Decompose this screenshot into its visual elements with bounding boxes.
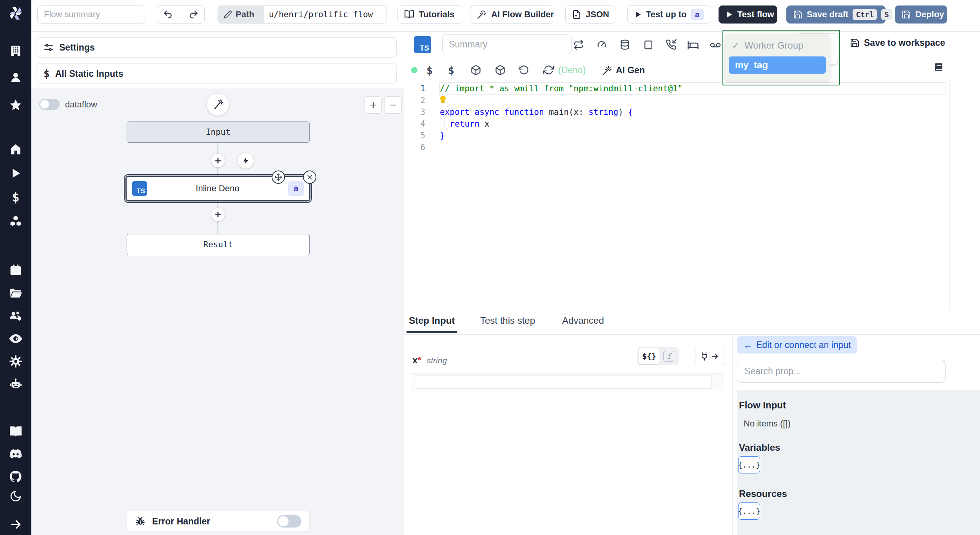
zoom-out-button[interactable]: −	[385, 96, 402, 114]
resources-boxes-icon[interactable]	[9, 215, 22, 228]
discord-icon[interactable]	[9, 447, 23, 461]
tab-test-this-step[interactable]: Test this step	[480, 315, 535, 326]
ai-gen-button[interactable]: AI Gen	[602, 65, 645, 76]
all-static-inputs-row[interactable]: $ All Static Inputs	[36, 63, 397, 84]
step-id-badge: a	[288, 181, 304, 196]
concurrency-square-icon[interactable]	[643, 39, 654, 50]
resources-dollar-icon[interactable]: $	[448, 65, 454, 76]
code-line[interactable]: export async function main(x: string) {	[440, 106, 946, 118]
collapse-arrow-icon[interactable]	[9, 518, 22, 531]
code-line[interactable]	[440, 141, 946, 153]
pencil-icon	[223, 10, 232, 19]
workspace-building-icon[interactable]	[9, 45, 22, 57]
arrow-right-icon	[711, 352, 719, 361]
save-draft-button[interactable]: Save draft Ctrl S	[786, 5, 886, 24]
github-icon[interactable]	[9, 470, 23, 484]
ai-flow-builder-button[interactable]: AI Flow Builder	[470, 5, 554, 24]
code-token	[544, 107, 549, 117]
worker-group-option[interactable]: ✓ Worker Group	[732, 40, 803, 51]
lightbulb-icon[interactable]	[440, 96, 446, 104]
test-up-to-button[interactable]: Test up to a	[627, 5, 711, 24]
package-cube-icon[interactable]	[470, 65, 481, 76]
mock-voicemail-icon[interactable]	[710, 39, 721, 51]
schedules-calendar-icon[interactable]	[9, 263, 22, 276]
argument-type: string	[427, 356, 447, 365]
zoom-in-button[interactable]: +	[365, 96, 382, 114]
undo-button[interactable]	[157, 6, 178, 23]
dataflow-toggle[interactable]	[39, 99, 60, 110]
folders-icon[interactable]	[9, 287, 22, 300]
dark-mode-moon-icon[interactable]	[9, 490, 22, 502]
favorites-star-icon[interactable]	[9, 98, 22, 112]
cache-database-icon[interactable]	[619, 39, 630, 50]
line-number: 3	[404, 106, 434, 118]
save-to-workspace-button[interactable]: Save to workspace	[850, 38, 945, 48]
code-line[interactable]: }	[440, 130, 946, 141]
variables-object-chip[interactable]: {...}	[738, 456, 760, 473]
library-book-icon[interactable]	[934, 62, 944, 72]
required-asterisk: *	[417, 355, 421, 365]
reset-rotate-ccw-icon[interactable]	[519, 65, 529, 75]
line-number: 1	[404, 83, 434, 94]
worker-group-selected-tag[interactable]: my_tag	[729, 56, 826, 74]
code-line[interactable]	[440, 94, 946, 106]
test-flow-button[interactable]: Test flow	[719, 5, 777, 24]
search-prop-input[interactable]	[737, 360, 946, 383]
prop-picker-section: Flow Input No items ([]) Variables {...}…	[737, 390, 980, 535]
code-line[interactable]: return x	[440, 118, 946, 130]
timeout-gauge-icon[interactable]	[596, 39, 607, 50]
edit-or-connect-button[interactable]: ← Edit or connect an input	[737, 336, 857, 354]
groups-users-gear-icon[interactable]	[9, 309, 23, 323]
tutorials-button[interactable]: Tutorials	[397, 5, 463, 24]
runs-play-icon[interactable]	[10, 167, 22, 179]
path-label: Path	[236, 9, 254, 20]
step-summary-input[interactable]	[443, 35, 584, 54]
insert-step-button[interactable]	[211, 154, 225, 167]
typescript-badge: TS	[132, 181, 147, 196]
user-icon[interactable]	[9, 71, 22, 84]
code-token: main(x:	[549, 107, 588, 117]
input-node[interactable]: Input	[127, 122, 310, 143]
deno-runtime-label[interactable]: (Deno)	[558, 65, 586, 76]
function-mode-toggle[interactable]: f	[661, 348, 677, 364]
ai-robot-icon[interactable]	[9, 377, 23, 391]
settings-gear-icon[interactable]	[9, 355, 22, 368]
code-lines[interactable]: // import * as wmill from "npm:windmill-…	[440, 83, 946, 153]
save-draft-label: Save draft	[807, 9, 848, 20]
auto-layout-wand-button[interactable]	[207, 94, 229, 116]
trigger-bolt-button[interactable]	[238, 153, 254, 169]
tab-advanced[interactable]: Advanced	[562, 315, 604, 326]
delete-step-button[interactable]	[303, 170, 316, 184]
early-stop-phone-icon[interactable]	[666, 39, 677, 50]
argument-value-input[interactable]	[416, 375, 712, 389]
tab-step-input[interactable]: Step Input	[409, 315, 455, 326]
template-mode-toggle[interactable]: ${}	[638, 348, 660, 365]
error-handler-row[interactable]: Error Handler	[127, 511, 310, 532]
audit-eye-icon[interactable]	[9, 332, 23, 346]
move-step-handle[interactable]	[272, 170, 285, 184]
path-input[interactable]	[264, 6, 387, 23]
flow-settings-row[interactable]: Settings	[36, 37, 397, 58]
resources-object-chip[interactable]: {...}	[738, 502, 760, 520]
json-button[interactable]: JSON	[565, 5, 616, 24]
insert-step-button[interactable]	[211, 208, 225, 221]
error-handler-toggle[interactable]	[277, 515, 301, 528]
redo-button[interactable]	[183, 6, 204, 23]
docs-book-icon[interactable]	[9, 424, 23, 438]
package-cube-icon[interactable]	[495, 65, 506, 76]
flow-summary-input[interactable]	[38, 6, 145, 23]
variables-dollar-icon[interactable]: $	[12, 190, 19, 205]
retry-repeat-icon[interactable]	[573, 39, 584, 50]
code-editor[interactable]: 123456 // import * as wmill from "npm:wi…	[404, 80, 950, 309]
code-line[interactable]: // import * as wmill from "npm:windmill-…	[440, 83, 946, 94]
connect-input-plug-button[interactable]	[695, 347, 724, 365]
result-node[interactable]: Result	[127, 234, 310, 255]
ai-gen-label: AI Gen	[616, 65, 645, 76]
sleep-bed-icon[interactable]	[687, 39, 699, 51]
left-nav-rail: $	[0, 0, 31, 535]
home-icon[interactable]	[9, 143, 22, 155]
refresh-icon[interactable]	[543, 65, 554, 75]
deploy-button[interactable]: Deploy	[895, 5, 947, 24]
windmill-logo-icon[interactable]	[7, 4, 25, 22]
variables-dollar-icon[interactable]: $	[426, 65, 433, 76]
